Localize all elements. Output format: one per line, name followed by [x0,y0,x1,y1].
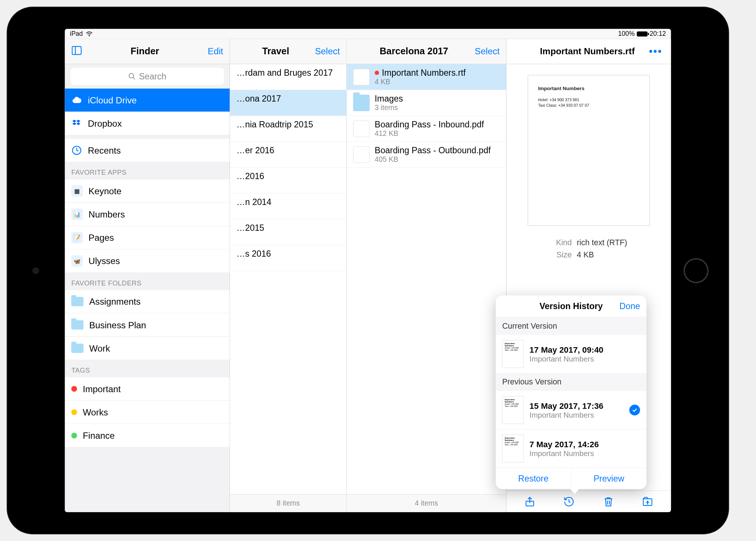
sidebar-app-pages[interactable]: 📝Pages [65,226,230,249]
select-button[interactable]: Select [475,46,500,57]
file-meta: 4 KB [375,78,499,86]
device-label: iPad [70,30,83,37]
travel-item[interactable]: …n 2014 [230,194,346,219]
travel-footer: 8 items [230,494,346,512]
folder-icon [71,320,83,329]
detail-title: Important Numbers.rtf [540,46,635,57]
sidebar-item-label: Work [89,343,110,353]
tag-dot [71,386,77,392]
sidebar-item-label: Dropbox [88,118,122,129]
travel-title: Travel [262,46,289,57]
version-row[interactable]: Important NumbersHotel: +34 900Taxi: +34… [496,391,647,429]
section-previous-version: Previous Version [496,373,647,391]
sidebar-tag-works[interactable]: Works [65,401,230,424]
preview-button[interactable]: Preview [571,468,647,489]
sidebar-item-label: Keynote [89,186,121,196]
file-row[interactable]: Images3 items [347,90,506,116]
sidebar-tag-important[interactable]: Important [65,377,230,401]
version-thumb: Important NumbersHotel: +34 900Taxi: +34… [502,340,523,368]
sidebar-folder-business-plan[interactable]: Business Plan [65,314,230,337]
trash-icon[interactable] [601,494,616,510]
move-icon[interactable] [640,494,656,510]
sidebar-app-ulysses[interactable]: 🦋Ulysses [65,250,230,273]
file-name: Important Numbers.rtf [375,68,499,78]
tag-dot [71,433,77,439]
file-metadata: Kindrich text (RTF) Size4 KB [550,237,627,261]
file-name: Images [375,93,499,103]
app-icon: 📊 [71,209,83,220]
checkmark-icon [629,405,640,415]
share-icon[interactable] [522,494,538,510]
sidebar-item-label: Assignments [89,297,141,307]
travel-item[interactable]: …nia Roadtrip 2015 [230,116,346,142]
dropbox-icon [71,118,82,129]
folder-icon [71,343,83,353]
file-meta: 405 KB [375,155,499,164]
home-button[interactable] [684,258,709,283]
file-meta [237,207,340,215]
section-fav-folders: FAVORITE FOLDERS [65,273,230,290]
svg-point-3 [129,73,134,78]
cloud-icon [71,95,82,105]
sidebar-app-numbers[interactable]: 📊Numbers [65,203,230,226]
sidebar-toggle-icon[interactable] [71,45,82,58]
file-thumb [353,69,370,85]
sidebar-item-label: Important [83,384,121,394]
popover-title: Version History [540,301,603,311]
wifi-icon [86,31,93,37]
sidebar-tag-finance[interactable]: Finance [65,424,230,447]
version-name: Important Numbers [529,355,603,363]
sidebar-recents[interactable]: Recents [65,139,230,162]
version-row[interactable]: Important NumbersHotel: +34 900Taxi: +34… [496,429,647,468]
sidebar-app-keynote[interactable]: ▦Keynote [65,179,230,203]
file-meta: 412 KB [375,130,499,138]
sidebar-item-label: iCloud Drive [88,95,137,105]
tag-dot [71,409,77,415]
travel-item[interactable]: …2016 [230,168,346,194]
history-icon[interactable] [561,494,577,510]
sidebar-folder-assignments[interactable]: Assignments [65,290,230,314]
file-name: …2015 [237,223,340,233]
file-row[interactable]: Boarding Pass - Inbound.pdf412 KB [347,116,506,142]
file-name: …ona 2017 [237,93,340,103]
file-thumb [353,120,370,137]
file-row[interactable]: Boarding Pass - Outbound.pdf405 KB [347,142,506,168]
battery-icon [637,31,647,37]
svg-rect-1 [72,46,81,54]
detail-toolbar [506,490,671,512]
travel-item[interactable]: …ona 2017 [230,90,346,116]
search-input[interactable]: Search [71,68,224,85]
file-row[interactable]: Important Numbers.rtf4 KB [347,64,506,90]
sidebar-location-dropbox[interactable]: Dropbox [65,112,230,135]
sidebar-location-icloud-drive[interactable]: iCloud Drive [65,89,230,112]
version-date: 15 May 2017, 17:36 [529,401,603,411]
travel-item[interactable]: …s 2016 [230,245,346,271]
file-name: …er 2016 [237,145,340,155]
file-meta [237,259,340,267]
version-name: Important Numbers [529,411,603,419]
file-meta [237,233,340,241]
file-name: Boarding Pass - Inbound.pdf [375,119,499,129]
edit-button[interactable]: Edit [208,46,223,57]
file-meta [237,104,340,112]
preview-title: Important Numbers [538,85,639,91]
select-button[interactable]: Select [315,46,340,57]
battery-percent: 100% [618,30,635,37]
version-thumb: Important NumbersHotel: +34 900Taxi: +34… [502,435,523,463]
travel-item[interactable]: …2015 [230,219,346,245]
file-meta [237,130,340,138]
app-icon: ▦ [71,185,83,196]
svg-line-4 [133,77,135,79]
sidebar-folder-work[interactable]: Work [65,337,230,360]
travel-item[interactable]: …er 2016 [230,142,346,168]
section-tags: TAGS [65,360,230,377]
version-row-current[interactable]: Important NumbersHotel: +34 900Taxi: +34… [496,335,647,373]
done-button[interactable]: Done [619,301,640,311]
file-thumb [353,95,370,111]
app-icon: 🦋 [71,255,83,267]
travel-item[interactable]: …rdam and Bruges 2017 [230,64,346,90]
more-icon[interactable]: ••• [649,45,662,58]
restore-button[interactable]: Restore [496,468,571,489]
sidebar-title: Finder [131,46,159,57]
sidebar-item-label: Business Plan [89,320,146,330]
